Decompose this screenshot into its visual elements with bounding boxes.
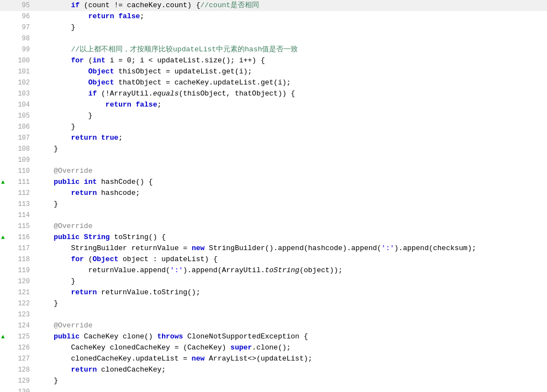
code-token: return	[71, 189, 97, 197]
line-gutter: 117	[0, 243, 34, 254]
code-content: @Override	[34, 320, 547, 331]
code-token	[36, 255, 71, 263]
line-number: 99	[22, 45, 30, 55]
line-number: 115	[18, 221, 30, 232]
code-token: //count是否相同	[200, 1, 259, 9]
code-token: returnValue.toString();	[97, 288, 200, 296]
line-gutter: ▲111	[0, 177, 34, 188]
code-content: }	[34, 144, 547, 154]
code-token: StringBuilder().append(hashcode).append(	[204, 244, 381, 252]
arrow-marker: ▲	[1, 332, 5, 342]
line-gutter: 99	[0, 45, 34, 55]
code-content: @Override	[34, 221, 547, 231]
code-line: ▲125 public CacheKey clone() throws Clon…	[0, 331, 547, 342]
line-number: 97	[22, 23, 30, 33]
code-token	[36, 89, 88, 98]
code-content: return returnValue.toString();	[34, 287, 547, 298]
code-token	[36, 233, 54, 241]
code-line: 101 Object thisObject = updateList.get(i…	[0, 66, 547, 77]
code-content: }	[34, 298, 547, 309]
code-token: int	[92, 56, 105, 65]
line-number: 127	[18, 354, 30, 364]
code-line: 98	[0, 33, 547, 44]
code-line: 95 if (count != cacheKey.count) {//count…	[0, 0, 547, 11]
code-content: return false;	[34, 11, 547, 22]
code-content: }	[34, 121, 547, 132]
code-token: object : updateList) {	[118, 255, 217, 263]
code-token	[36, 100, 106, 109]
code-token: //以上都不相同，才按顺序比较updateList中元素的hash值是否一致	[71, 45, 298, 54]
code-content	[34, 33, 547, 44]
code-content: return clonedCacheKey;	[34, 364, 547, 375]
line-gutter: ▲116	[0, 232, 34, 243]
code-line: 118 for (Object object : updateList) {	[0, 254, 547, 265]
line-gutter: 121	[0, 288, 34, 298]
line-number: 114	[18, 210, 30, 221]
line-number: 109	[18, 155, 30, 166]
code-token: CacheKey	[71, 343, 105, 352]
code-token	[36, 266, 88, 274]
code-token: if	[88, 89, 97, 98]
line-number: 125	[18, 332, 30, 342]
code-content: if (!ArrayUtil.equals(thisObject, thatOb…	[34, 88, 547, 99]
line-gutter: 98	[0, 34, 34, 44]
code-content: clonedCacheKey.updateList = new ArrayLis…	[34, 353, 547, 364]
code-content: }	[34, 276, 547, 287]
code-token: ':'	[381, 244, 394, 252]
code-line: 119 returnValue.append(':').append(Array…	[0, 265, 547, 276]
line-number: 128	[18, 365, 30, 375]
code-token: return	[106, 100, 132, 109]
code-token	[36, 365, 71, 374]
code-token: returnValue.append(	[88, 266, 170, 274]
code-token	[36, 288, 71, 296]
line-gutter: 97	[0, 23, 34, 33]
code-content: //以上都不相同，才按顺序比较updateList中元素的hash值是否一致	[34, 44, 547, 55]
code-token: (object));	[299, 266, 343, 274]
code-line: 108 }	[0, 144, 547, 155]
line-number: 113	[18, 199, 30, 210]
code-token: new	[192, 354, 204, 363]
code-token	[36, 222, 54, 230]
code-content	[34, 309, 547, 320]
line-number: 117	[18, 243, 30, 254]
code-content: public String toString() {	[34, 232, 547, 242]
code-token	[36, 67, 88, 76]
code-line: 122 }	[0, 298, 547, 309]
line-number: 107	[18, 133, 30, 144]
code-token	[36, 189, 71, 197]
code-token: StringBuilder	[71, 244, 127, 252]
code-content: public int hashCode() {	[34, 177, 547, 187]
code-token: ;	[140, 12, 144, 20]
code-token: false	[118, 12, 140, 20]
code-token: (thisObject, thatObject)) {	[178, 89, 295, 98]
code-token: hashcode;	[97, 189, 140, 197]
code-line: 113 }	[0, 199, 547, 210]
code-token: if	[71, 1, 80, 9]
line-number: 126	[18, 343, 30, 353]
line-gutter: 96	[0, 12, 34, 22]
line-number: 100	[18, 56, 30, 66]
code-line: 96 return false;	[0, 11, 547, 22]
code-token: CloneNotSupportedException {	[183, 332, 308, 341]
line-number: 116	[18, 232, 30, 243]
code-content: return false;	[34, 99, 547, 110]
code-token: return	[88, 12, 114, 20]
code-token: @Override	[54, 321, 92, 330]
code-content	[34, 210, 547, 220]
line-number: 102	[18, 78, 30, 88]
line-gutter: 101	[0, 67, 34, 77]
code-content: @Override	[34, 166, 547, 176]
line-gutter: 108	[0, 144, 34, 155]
code-token: (!ArrayUtil.	[97, 89, 152, 98]
line-number: 103	[18, 89, 30, 99]
code-token: hashCode() {	[97, 178, 152, 186]
code-line: 124 @Override	[0, 320, 547, 331]
code-content: return true;	[34, 133, 547, 143]
code-token: super	[230, 343, 252, 352]
line-gutter: 126	[0, 343, 34, 353]
code-token: .clone();	[252, 343, 291, 352]
line-number: 106	[18, 122, 30, 133]
code-content	[34, 155, 547, 165]
code-token	[97, 134, 101, 142]
code-token: CacheKey clone()	[80, 332, 157, 341]
